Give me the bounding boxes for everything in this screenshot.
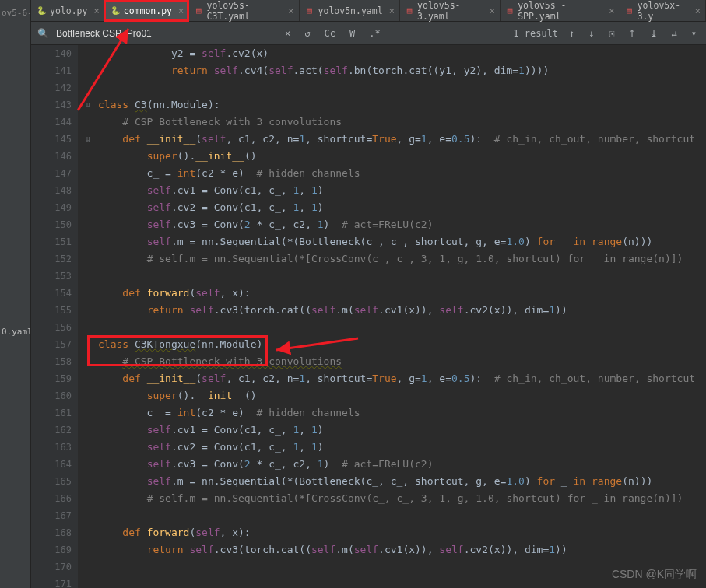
gutter-icon (78, 558, 98, 576)
code-line[interactable]: c_ = int(c2 * e) # hidden channels (98, 404, 706, 422)
code-line[interactable]: self.cv2 = Conv(c1, c_, 1, 1) (98, 199, 706, 216)
line-number: 164 (31, 456, 72, 473)
code-line[interactable]: return self.cv3(torch.cat((self.m(self.c… (98, 541, 706, 558)
regex-toggle[interactable]: .* (366, 28, 383, 39)
code-line[interactable] (98, 319, 706, 336)
code-line[interactable]: self.cv1 = Conv(c1, c_, 1, 1) (98, 182, 706, 199)
gutter-icon (78, 541, 98, 558)
code-line[interactable]: def forward(self, x): (98, 524, 706, 541)
tab-label: yolov5s-C3T.yaml (206, 0, 282, 22)
line-number: 163 (31, 439, 72, 456)
tab-yolov5s-3-yaml[interactable]: yolov5s-3.yaml× (400, 0, 501, 21)
code-line[interactable]: return self.cv3(torch.cat((self.m(self.c… (98, 302, 706, 319)
gutter-icon (78, 285, 98, 302)
filter-icon[interactable]: ▾ (688, 28, 700, 39)
line-number: 148 (31, 182, 72, 199)
code-area[interactable]: y2 = self.cv2(x) return self.cv4(self.ac… (98, 45, 706, 588)
match-case-toggle[interactable]: Cc (321, 28, 338, 39)
project-tool-window[interactable]: ov5-6-c 0.yaml (0, 0, 31, 588)
line-number: 167 (31, 507, 72, 524)
close-icon[interactable]: × (389, 5, 395, 16)
project-file-label[interactable]: 0.yaml (0, 327, 31, 337)
code-line[interactable]: self.cv3 = Conv(2 * c_, c2, 1) # act=FRe… (98, 456, 706, 473)
line-number: 166 (31, 490, 72, 507)
code-line[interactable]: def forward(self, x): (98, 285, 706, 302)
code-line[interactable]: super().__init__() (98, 387, 706, 404)
toggle-replace-icon[interactable]: ⇄ (669, 28, 680, 39)
select-all-occurrences-icon[interactable]: ⎘ (606, 28, 617, 39)
code-line[interactable]: self.m = nn.Sequential(*(Bottleneck(c_, … (98, 233, 706, 250)
line-number: 159 (31, 370, 72, 387)
gutter-icon (78, 353, 98, 370)
code-line[interactable]: # CSP Bottleneck with 3 convolutions (98, 114, 706, 131)
line-number: 169 (31, 541, 72, 558)
line-number: 150 (31, 216, 72, 233)
code-editor[interactable]: 1401411421431441451461471481491501511521… (31, 45, 706, 588)
tab-common-py[interactable]: common.py× (105, 0, 190, 21)
gutter-icon (78, 182, 98, 199)
gutter-icon (78, 524, 98, 541)
line-gutter: 1401411421431441451461471481491501511521… (31, 45, 78, 588)
search-icon: 🔍 (37, 28, 48, 39)
line-number: 155 (31, 302, 72, 319)
line-number: 151 (31, 233, 72, 250)
line-number: 165 (31, 473, 72, 490)
close-search-icon[interactable]: × (282, 28, 293, 39)
code-line[interactable]: c_ = int(c2 * e) # hidden channels (98, 165, 706, 182)
remove-selection-icon[interactable]: ⤓ (647, 28, 661, 39)
python-icon (36, 5, 47, 16)
code-line[interactable]: return self.cv4(self.act(self.bn(torch.c… (98, 62, 706, 79)
code-line[interactable]: class C3KTongxue(nn.Module): (98, 336, 706, 353)
gutter-icon (78, 404, 98, 422)
code-line[interactable]: self.cv1 = Conv(c1, c_, 1, 1) (98, 422, 706, 439)
words-toggle[interactable]: W (346, 28, 358, 39)
tab-yolov5s-c3t-yaml[interactable]: yolov5s-C3T.yaml× (189, 0, 299, 21)
code-line[interactable] (98, 79, 706, 96)
next-match-button[interactable]: ↓ (585, 28, 597, 39)
tab-yolov5n-yaml[interactable]: yolov5n.yaml× (300, 0, 400, 21)
tab-yolov5s-spp-yaml[interactable]: yolov5s - SPP.yaml× (501, 0, 620, 21)
code-line[interactable]: def __init__(self, c1, c2, n=1, shortcut… (98, 370, 706, 387)
line-number: 162 (31, 422, 72, 439)
editor-tabbar: yolo.py×common.py×yolov5s-C3T.yaml×yolov… (31, 0, 706, 22)
yaml-icon (304, 5, 315, 16)
history-icon[interactable]: ↺ (301, 28, 313, 39)
tab-label: common.py (124, 5, 172, 16)
code-line[interactable]: self.m = nn.Sequential(*(Bottleneck(c_, … (98, 473, 706, 490)
gutter-icon (78, 148, 98, 165)
code-line[interactable]: def __init__(self, c1, c2, n=1, shortcut… (98, 131, 706, 148)
code-line[interactable]: self.cv3 = Conv(2 * c_, c2, 1) # act=FRe… (98, 216, 706, 233)
gutter-icon (78, 319, 98, 336)
close-icon[interactable]: × (609, 5, 614, 16)
line-number: 146 (31, 148, 72, 165)
line-number: 170 (31, 558, 72, 576)
code-line[interactable]: self.cv2 = Conv(c1, c_, 1, 1) (98, 439, 706, 456)
code-line[interactable] (98, 268, 706, 285)
close-icon[interactable]: × (490, 5, 495, 16)
gutter-icon (78, 576, 98, 588)
close-icon[interactable]: × (288, 5, 293, 16)
close-icon[interactable]: × (695, 5, 701, 16)
code-line[interactable]: class C3(nn.Module): (98, 96, 706, 114)
code-line[interactable]: # self.m = nn.Sequential(*[CrossConv(c_,… (98, 490, 706, 507)
line-number: 152 (31, 250, 72, 268)
prev-match-button[interactable]: ↑ (566, 28, 578, 39)
line-number: 145 (31, 131, 72, 148)
line-number: 158 (31, 353, 72, 370)
tab-yolo-py[interactable]: yolo.py× (31, 0, 105, 21)
tab-yolov5x-3-y[interactable]: yolov5x-3.y× (620, 0, 706, 21)
svg-line-1 (276, 338, 358, 350)
gutter-icon (78, 422, 98, 439)
code-line[interactable]: # self.m = nn.Sequential(*[CrossConv(c_,… (98, 250, 706, 268)
close-icon[interactable]: × (178, 5, 184, 16)
yaml-icon (194, 5, 203, 16)
add-selection-icon[interactable]: ⤒ (625, 28, 639, 39)
code-line[interactable] (98, 507, 706, 524)
code-line[interactable]: super().__init__() (98, 148, 706, 165)
code-line[interactable]: y2 = self.cv2(x) (98, 45, 706, 62)
close-icon[interactable]: × (93, 5, 99, 16)
code-line[interactable]: # CSP Bottleneck with 3 convolutions (98, 353, 706, 370)
gutter-icon (78, 250, 98, 268)
gutter-icon (78, 302, 98, 319)
line-number: 147 (31, 165, 72, 182)
